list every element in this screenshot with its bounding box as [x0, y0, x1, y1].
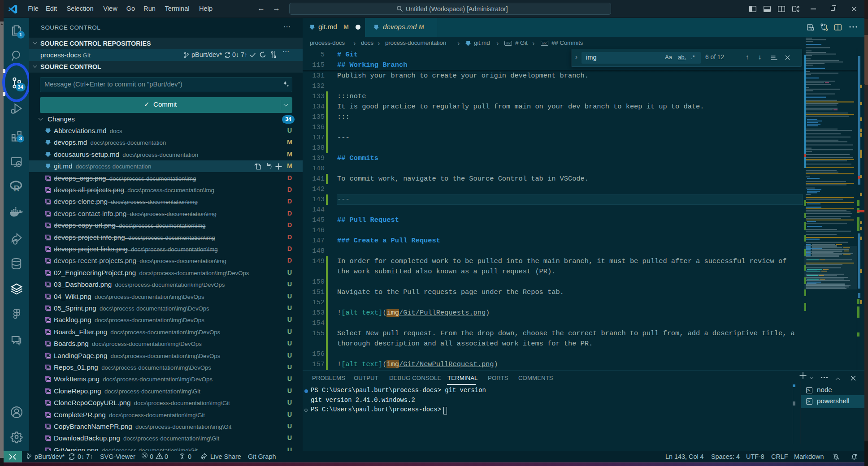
svg-text:R: R: [14, 184, 20, 193]
